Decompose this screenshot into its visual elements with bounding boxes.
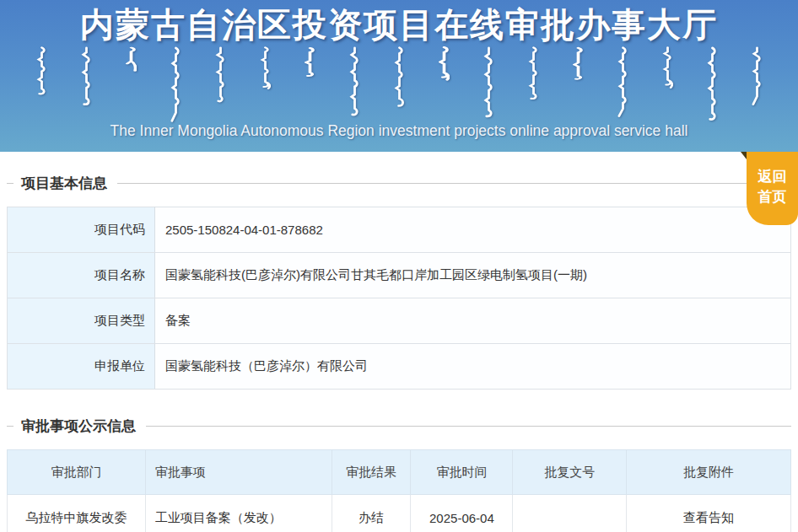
mongolian-word <box>215 46 226 112</box>
project-name-value: 国蒙氢能科技(巴彦淖尔)有限公司甘其毛都口岸加工园区绿电制氢项目(一期) <box>155 253 791 298</box>
mongolian-word <box>439 46 450 95</box>
mongolian-word <box>662 46 673 102</box>
mongolian-word <box>707 46 718 126</box>
site-title-chinese: 内蒙古自治区投资项目在线审批办事大厅 <box>0 0 798 44</box>
mongolian-word <box>36 46 47 109</box>
mongolian-word <box>573 46 584 85</box>
site-title-english: The Inner Mongolia Autonomous Region inv… <box>0 122 798 140</box>
return-home-label-line2: 首页 <box>747 187 798 207</box>
column-header-result: 审批结果 <box>332 450 411 495</box>
mongolian-word <box>528 46 539 107</box>
project-name-label: 项目名称 <box>8 253 155 298</box>
basic-info-table: 项目代码 2505-150824-04-01-878682 项目名称 国蒙氢能科… <box>7 207 791 390</box>
approval-info-table: 审批部门 审批事项 审批结果 审批时间 批复文号 批复附件 乌拉特中旗发改委 工… <box>7 449 791 532</box>
mongolian-script-band <box>0 46 798 121</box>
approval-department: 乌拉特中旗发改委 <box>8 495 146 532</box>
project-type-value: 备案 <box>155 298 791 344</box>
approval-result: 办结 <box>332 495 411 532</box>
column-header-time: 审批时间 <box>411 450 513 495</box>
approval-time: 2025-06-04 <box>411 495 513 532</box>
mongolian-word <box>170 46 181 127</box>
site-banner: 内蒙古自治区投资项目在线审批办事大厅 The Inner Mongolia Au… <box>0 0 798 152</box>
project-code-value: 2505-150824-04-01-878682 <box>155 207 791 253</box>
section-title-basic-info: 项目基本信息 <box>7 174 791 193</box>
column-header-doc-no: 批复文号 <box>513 450 627 495</box>
table-header-row: 审批部门 审批事项 审批结果 审批时间 批复文号 批复附件 <box>8 450 791 495</box>
mongolian-word <box>126 46 137 78</box>
mongolian-word <box>752 46 763 114</box>
column-header-attachment: 批复附件 <box>627 450 791 495</box>
declaring-unit-label: 申报单位 <box>8 344 155 390</box>
mongolian-word <box>394 46 405 117</box>
section-title-approval-info: 审批事项公示信息 <box>7 416 791 436</box>
table-row: 项目类型 备案 <box>8 298 791 344</box>
view-notice-label[interactable]: 查看告知 <box>683 510 734 524</box>
declaring-unit-value: 国蒙氢能科技（巴彦淖尔）有限公司 <box>155 344 791 390</box>
mongolian-word <box>617 46 628 119</box>
mongolian-word <box>260 46 271 100</box>
table-row: 项目代码 2505-150824-04-01-878682 <box>8 207 791 253</box>
project-code-label: 项目代码 <box>8 207 155 253</box>
column-header-department: 审批部门 <box>8 450 146 495</box>
approval-item: 工业项目备案（发改） <box>145 495 332 532</box>
table-row: 乌拉特中旗发改委 工业项目备案（发改） 办结 2025-06-04 查看告知 <box>8 495 791 532</box>
page-content: 项目基本信息 项目代码 2505-150824-04-01-878682 项目名… <box>0 174 798 532</box>
project-type-label: 项目类型 <box>8 298 155 344</box>
mongolian-word <box>81 46 92 121</box>
return-home-label-line1: 返回 <box>747 167 798 187</box>
mongolian-word <box>349 46 360 124</box>
view-notice-link[interactable]: 查看告知 <box>627 495 791 532</box>
mongolian-word <box>483 46 494 122</box>
table-row: 申报单位 国蒙氢能科技（巴彦淖尔）有限公司 <box>8 344 791 390</box>
table-row: 项目名称 国蒙氢能科技(巴彦淖尔)有限公司甘其毛都口岸加工园区绿电制氢项目(一期… <box>8 253 791 298</box>
return-home-ribbon[interactable]: 返回 首页 <box>747 152 798 225</box>
column-header-item: 审批事项 <box>145 450 332 495</box>
mongolian-word <box>305 46 315 89</box>
approval-doc-no <box>513 495 627 532</box>
